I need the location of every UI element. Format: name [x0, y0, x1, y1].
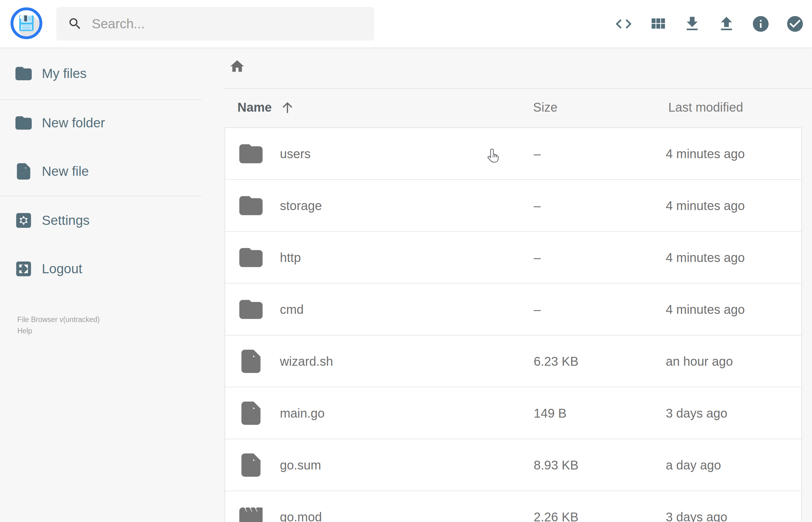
file-size: 8.93 KB: [534, 458, 578, 472]
sidebar-item-my-files[interactable]: My files: [15, 63, 86, 85]
listing-row-go.mod[interactable]: go.mod 2.26 KB 3 days ago: [225, 490, 801, 522]
switch-view-button[interactable]: [648, 15, 667, 33]
column-header-name[interactable]: Name: [238, 98, 295, 116]
sidebar-item-label: Settings: [42, 213, 89, 228]
file-size: 6.23 KB: [534, 354, 578, 368]
version-link[interactable]: File Browser v(untracked): [17, 314, 100, 325]
file-listing-area: Name Size Last modified users – 4 minute…: [225, 48, 812, 522]
file-modified: 3 days ago: [666, 406, 727, 420]
create-new-folder-icon: [15, 114, 33, 132]
file-name: cmd: [280, 302, 304, 316]
movie-icon: [238, 504, 264, 522]
download-button[interactable]: [683, 15, 702, 33]
file-size: 2.26 KB: [534, 510, 578, 522]
top-bar: [0, 0, 812, 48]
breadcrumb-divider: [225, 88, 812, 89]
filebrowser-app: File Browser v(untracked) Help My files …: [0, 0, 812, 522]
file-size: –: [534, 146, 541, 161]
search-box[interactable]: [56, 7, 374, 41]
file-modified: an hour ago: [666, 354, 733, 368]
folder-icon: [15, 65, 33, 82]
home-icon: [229, 58, 245, 75]
logout-icon: [15, 260, 33, 278]
sidebar-item-label: New folder: [42, 115, 105, 130]
sidebar-item-new-folder[interactable]: New folder: [15, 112, 105, 134]
topbar-actions: [614, 0, 805, 47]
upload-icon: [717, 15, 736, 33]
file-modified: 4 minutes ago: [666, 302, 745, 316]
search-icon: [68, 16, 82, 31]
file-size: 149 B: [534, 406, 567, 420]
sidebar-item-label: My files: [42, 66, 86, 81]
listing-row-wizard.sh[interactable]: wizard.sh 6.23 KB an hour ago: [225, 335, 801, 387]
listing-row-users[interactable]: users – 4 minutes ago: [225, 128, 801, 179]
upload-button[interactable]: [717, 15, 736, 33]
file-modified: a day ago: [666, 458, 721, 472]
sidebar: File Browser v(untracked) Help My files …: [0, 48, 202, 522]
sidebar-item-label: New file: [42, 164, 89, 179]
app-logo[interactable]: [9, 6, 44, 41]
file-name: go.mod: [280, 510, 322, 522]
listing-row-storage[interactable]: storage – 4 minutes ago: [225, 179, 801, 231]
folder-icon: [238, 245, 264, 270]
download-icon: [683, 15, 702, 33]
sidebar-footer: File Browser v(untracked) Help: [17, 314, 100, 337]
column-header-size[interactable]: Size: [533, 98, 557, 116]
folder-icon: [238, 193, 264, 218]
note-add-icon: [15, 163, 33, 180]
file-name: users: [280, 146, 311, 161]
file-modified: 3 days ago: [666, 510, 727, 522]
listing-row-http[interactable]: http – 4 minutes ago: [225, 231, 801, 283]
info-button[interactable]: [751, 15, 770, 33]
file-name: http: [280, 250, 301, 264]
file-list: users – 4 minutes ago storage – 4 minute…: [225, 127, 802, 522]
file-icon: [238, 453, 264, 478]
info-icon: [751, 15, 770, 33]
file-name: main.go: [280, 406, 325, 420]
check-circle-icon: [786, 15, 805, 33]
help-link[interactable]: Help: [17, 325, 100, 337]
sidebar-item-logout[interactable]: Logout: [15, 258, 82, 280]
breadcrumb-home[interactable]: [229, 58, 245, 75]
sidebar-divider: [0, 196, 202, 196]
sidebar-item-settings[interactable]: Settings: [15, 209, 89, 232]
column-header-name-label: Name: [238, 100, 272, 115]
file-size: –: [534, 302, 541, 316]
search-input[interactable]: [92, 16, 374, 32]
listing-header: Name Size Last modified: [225, 98, 812, 116]
file-name: storage: [280, 198, 322, 213]
file-icon: [238, 349, 264, 374]
file-name: go.sum: [280, 458, 321, 472]
sidebar-divider: [0, 99, 202, 100]
raw-view-button[interactable]: [614, 15, 633, 33]
sidebar-item-label: Logout: [42, 261, 82, 276]
select-multiple-button[interactable]: [786, 15, 805, 33]
listing-row-cmd[interactable]: cmd – 4 minutes ago: [225, 283, 801, 335]
file-size: –: [534, 250, 541, 264]
folder-icon: [238, 141, 264, 166]
sidebar-item-new-file[interactable]: New file: [15, 160, 89, 182]
settings-icon: [15, 212, 33, 229]
code-brackets-icon: [614, 15, 633, 33]
grid-view-icon: [648, 15, 667, 33]
column-header-modified[interactable]: Last modified: [668, 98, 743, 116]
file-name: wizard.sh: [280, 354, 333, 368]
file-modified: 4 minutes ago: [666, 198, 745, 213]
floppy-disk-icon: [9, 6, 44, 41]
file-size: –: [534, 198, 541, 213]
sort-ascending-icon: [280, 100, 295, 115]
listing-row-go.sum[interactable]: go.sum 8.93 KB a day ago: [225, 439, 801, 490]
listing-row-main.go[interactable]: main.go 149 B 3 days ago: [225, 387, 801, 439]
folder-icon: [238, 297, 264, 322]
file-icon: [238, 401, 264, 426]
file-modified: 4 minutes ago: [666, 146, 745, 161]
file-modified: 4 minutes ago: [666, 250, 745, 264]
